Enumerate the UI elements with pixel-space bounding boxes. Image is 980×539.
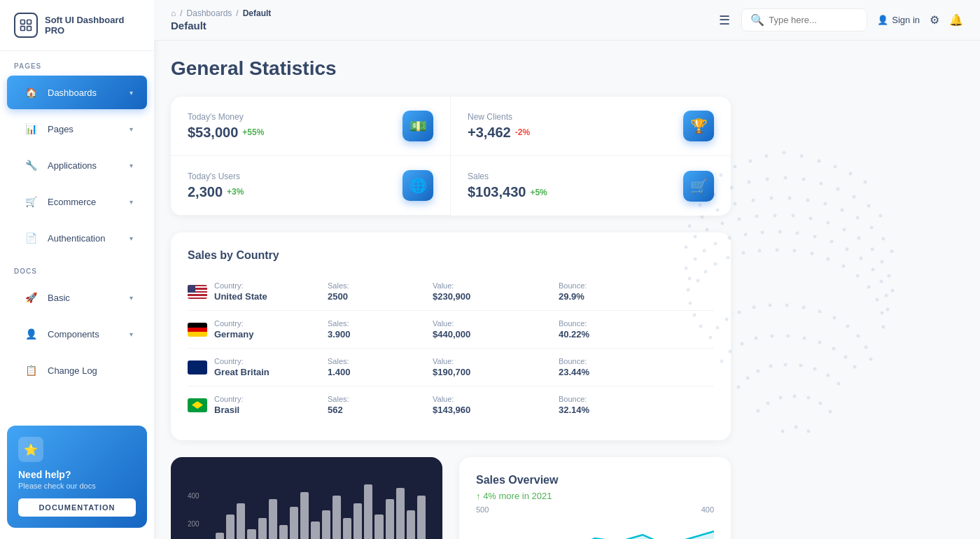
components-icon: 👤: [21, 324, 41, 344]
sidebar-item-pages[interactable]: 📊 Pages ▾: [7, 112, 147, 146]
chart-bar: [332, 496, 341, 539]
y-label: 400: [701, 505, 714, 514]
svg-point-131: [766, 402, 770, 405]
stat-change: -2%: [515, 127, 530, 137]
chevron-down-icon: ▾: [130, 125, 133, 133]
svg-point-112: [741, 342, 744, 346]
stat-label: Today's Money: [188, 112, 264, 122]
country-info: Country: Brasil: [188, 395, 328, 415]
search-box[interactable]: 🔍: [741, 8, 867, 31]
svg-rect-0: [20, 20, 24, 24]
breadcrumb-sep2: /: [236, 8, 238, 18]
topbar-page-title: Default: [171, 20, 708, 31]
svg-point-7: [818, 160, 821, 163]
col-label: Country:: [214, 395, 244, 403]
svg-point-73: [872, 268, 875, 272]
svg-point-101: [769, 304, 772, 307]
table-row: Country: United State Sales: 2500 Value:…: [188, 273, 714, 311]
svg-point-122: [746, 377, 750, 380]
svg-point-23: [820, 182, 823, 186]
basic-icon: 🚀: [21, 288, 41, 307]
svg-point-105: [833, 316, 836, 320]
hamburger-icon[interactable]: ☰: [719, 13, 730, 28]
sidebar-item-dashboards[interactable]: 🏠 Dashboards ▾: [7, 76, 147, 109]
svg-point-41: [890, 250, 894, 253]
svg-point-45: [721, 222, 724, 225]
col-label: Country:: [214, 319, 253, 328]
sidebar-item-changelog[interactable]: 📋 Change Log: [7, 354, 147, 387]
col-value: Germany: [214, 329, 253, 340]
chart-bar: [237, 503, 245, 539]
chart-bar: [407, 510, 415, 539]
col-label: Country:: [214, 281, 267, 290]
svg-point-119: [844, 356, 848, 359]
svg-point-32: [752, 199, 755, 202]
chart-bar: [290, 507, 298, 539]
auth-icon: 📄: [21, 228, 41, 248]
svg-point-65: [744, 233, 748, 237]
svg-point-130: [757, 410, 760, 413]
chevron-down-icon: ▾: [130, 162, 133, 169]
svg-point-106: [846, 325, 850, 328]
sidebar-item-label: Pages: [48, 124, 122, 134]
flag-us: [188, 285, 207, 299]
logo-icon: [14, 13, 38, 38]
svg-point-38: [856, 216, 860, 220]
svg-point-107: [857, 335, 860, 338]
svg-point-37: [841, 209, 844, 212]
svg-point-67: [778, 230, 782, 234]
col-value: 40.22%: [559, 329, 685, 340]
svg-point-135: [819, 402, 822, 405]
chart-bar: [247, 529, 255, 539]
svg-point-85: [758, 249, 762, 253]
svg-point-48: [774, 214, 777, 218]
svg-point-49: [792, 214, 795, 218]
svg-point-29: [701, 216, 704, 219]
svg-point-88: [811, 252, 814, 255]
documentation-button[interactable]: DOCUMENTATION: [18, 498, 136, 517]
svg-point-132: [779, 396, 783, 400]
page-title: General Statistics: [171, 57, 963, 80]
col-label: Bounce:: [559, 395, 685, 403]
svg-point-12: [749, 160, 752, 163]
stats-grid: Today's Money $53,000 +55% 💵 New Clients…: [171, 97, 731, 216]
bottom-row: 400 200 0 Sales Overview ↑ 4% more in 20…: [171, 457, 731, 539]
sidebar-item-components[interactable]: 👤 Components ▾: [7, 317, 147, 351]
topbar-right: 🔍 👤 Sign in ⚙ 🔔: [741, 8, 963, 31]
svg-point-104: [818, 310, 822, 314]
flag-de: [188, 323, 207, 337]
svg-point-46: [738, 218, 741, 221]
col-value: $230,900: [433, 291, 559, 302]
notifications-icon[interactable]: 🔔: [949, 13, 963, 27]
stat-card-users: Today's Users 2,300 +3% 🌐: [171, 156, 451, 216]
bar-chart-container: [216, 481, 426, 539]
chart-bar: [226, 514, 234, 540]
chart-bar: [343, 518, 351, 539]
svg-point-52: [843, 228, 846, 232]
sidebar-item-ecommerce[interactable]: 🛒 Ecommerce ▾: [7, 185, 147, 218]
bar-chart-card: 400 200 0: [171, 457, 442, 539]
sidebar-item-basic[interactable]: 🚀 Basic ▾: [7, 281, 147, 314]
svg-point-74: [880, 280, 883, 284]
svg-point-53: [858, 237, 861, 240]
svg-point-56: [888, 274, 891, 278]
sidebar-item-applications[interactable]: 🔧 Applications ▾: [7, 148, 147, 182]
sign-in-button[interactable]: 👤 Sign in: [877, 15, 920, 25]
svg-point-139: [807, 430, 811, 433]
search-input[interactable]: [769, 15, 858, 25]
col-value: 3.900: [328, 329, 433, 340]
svg-point-19: [748, 181, 751, 184]
svg-point-6: [800, 155, 804, 158]
svg-point-117: [818, 341, 822, 344]
svg-point-99: [738, 311, 741, 314]
sidebar-item-authentication[interactable]: 📄 Authentication ▾: [7, 221, 147, 255]
app-name: Soft UI Dashboard PRO: [45, 15, 140, 36]
settings-icon[interactable]: ⚙: [930, 13, 939, 27]
svg-rect-1: [27, 20, 31, 24]
svg-point-68: [796, 232, 799, 235]
stat-card-clients: New Clients +3,462 -2% 🏆: [451, 97, 731, 156]
svg-point-115: [787, 335, 790, 338]
stat-card-sales: Sales $103,430 +5% 🛒: [451, 156, 731, 216]
col-label: Sales:: [328, 357, 433, 365]
content-area: General Statistics Today's Money $53,000…: [154, 41, 980, 539]
